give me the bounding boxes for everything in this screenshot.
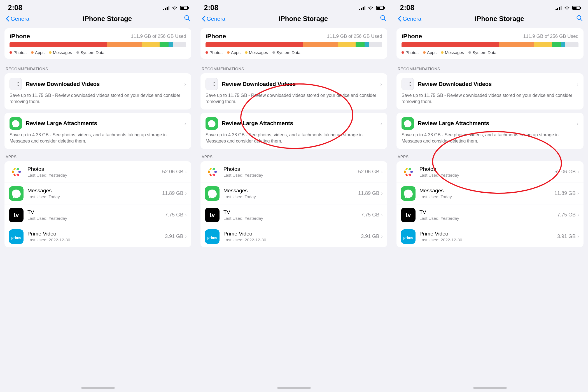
app-size-row: 7.75 GB ›	[361, 212, 383, 218]
svg-point-34	[214, 171, 217, 173]
nav-back-label: General	[11, 16, 31, 22]
app-info: Messages Last Used: Today	[27, 188, 158, 199]
status-bar: 2:08	[0, 0, 196, 13]
app-last-used: Last Used: Yesterday	[419, 216, 553, 221]
app-item[interactable]: Messages Last Used: Today 11.89 GB ›	[200, 183, 387, 204]
app-last-used: Last Used: 2022-12-30	[419, 237, 553, 242]
app-size-row: 7.75 GB ›	[557, 212, 579, 218]
recommendations-label: RECOMMENDATIONS	[396, 67, 584, 71]
home-indicator	[81, 387, 115, 389]
status-icons	[163, 6, 188, 10]
legend-item: Messages	[441, 50, 464, 55]
app-icon-prime: prime	[205, 229, 220, 244]
legend-item: System Data	[468, 50, 496, 55]
app-size: 3.91 GB	[361, 234, 379, 239]
search-button[interactable]	[184, 15, 190, 23]
legend-label: Photos	[209, 50, 223, 55]
rec-video-icon	[10, 78, 22, 90]
screen-2: 2:08 General iPhone Storage	[196, 0, 392, 392]
app-item[interactable]: Photos Last Used: Yesterday 52.06 GB ›	[4, 161, 191, 183]
app-info: Photos Last Used: Yesterday	[223, 166, 354, 178]
app-icon-photos	[401, 165, 416, 179]
rec-card-1[interactable]: Review Large Attachments › Save up to 4.…	[396, 113, 584, 149]
rec-card-0[interactable]: Review Downloaded Videos › Save up to 11…	[396, 73, 584, 109]
rec-card-0[interactable]: Review Downloaded Videos › Save up to 11…	[200, 73, 387, 109]
app-last-used: Last Used: Today	[419, 194, 550, 199]
legend-label: Photos	[13, 50, 27, 55]
app-item[interactable]: Messages Last Used: Today 11.89 GB ›	[4, 183, 191, 204]
app-item[interactable]: prime Prime Video Last Used: 2022-12-30 …	[396, 226, 584, 247]
rec-card-1[interactable]: Review Large Attachments › Save up to 4.…	[200, 113, 387, 149]
app-chevron-icon: ›	[185, 190, 187, 196]
rec-title: Review Large Attachments	[418, 120, 489, 127]
app-chevron-icon: ›	[381, 169, 383, 175]
app-item[interactable]: Photos Last Used: Yesterday 52.06 GB ›	[200, 161, 387, 183]
app-size: 3.91 GB	[557, 234, 576, 239]
app-icon-photos	[9, 165, 24, 179]
svg-rect-25	[208, 82, 213, 86]
wifi-icon	[368, 6, 374, 10]
nav-back-button[interactable]: General	[6, 16, 31, 22]
app-name: TV	[223, 209, 357, 215]
rec-card-1[interactable]: Review Large Attachments › Save up to 4.…	[4, 113, 191, 149]
app-size-row: 7.75 GB ›	[165, 212, 187, 218]
app-item[interactable]: tv TV Last Used: Yesterday 7.75 GB ›	[200, 204, 387, 226]
nav-back-button[interactable]: General	[202, 16, 227, 22]
legend-item: Messages	[245, 50, 268, 55]
rec-title: Review Large Attachments	[222, 120, 293, 127]
app-info: TV Last Used: Yesterday	[223, 209, 357, 221]
nav-back-button[interactable]: General	[398, 16, 423, 22]
legend-dot	[468, 51, 471, 54]
status-bar: 2:08	[196, 0, 392, 13]
app-item[interactable]: tv TV Last Used: Yesterday 7.75 GB ›	[4, 204, 191, 226]
rec-card-0[interactable]: Review Downloaded Videos › Save up to 11…	[4, 73, 191, 109]
legend-item: Apps	[227, 50, 241, 55]
legend-dot	[49, 51, 52, 54]
search-button[interactable]	[380, 15, 386, 23]
app-info: Photos Last Used: Yesterday	[419, 166, 550, 178]
status-bar: 2:08	[392, 0, 588, 13]
app-name: TV	[419, 209, 553, 215]
app-chevron-icon: ›	[381, 234, 383, 239]
app-item[interactable]: Messages Last Used: Today 11.89 GB ›	[396, 183, 584, 204]
battery-icon	[376, 6, 384, 10]
search-button[interactable]	[576, 15, 582, 23]
app-item[interactable]: Photos Last Used: Yesterday 52.06 GB ›	[396, 161, 584, 183]
app-last-used: Last Used: 2022-12-30	[27, 237, 161, 242]
app-size-row: 11.89 GB ›	[358, 190, 383, 196]
legend-dot	[76, 51, 79, 54]
app-name: Prime Video	[27, 231, 161, 237]
nav-title: iPhone Storage	[279, 15, 328, 23]
app-name: Prime Video	[419, 231, 553, 237]
wifi-icon	[564, 6, 570, 10]
app-item[interactable]: prime Prime Video Last Used: 2022-12-30 …	[200, 226, 387, 247]
storage-legend: Photos Apps Messages System Data	[206, 50, 382, 55]
storage-usage-text: 111.9 GB of 256 GB Used	[523, 34, 578, 39]
app-list: Photos Last Used: Yesterday 52.06 GB › M…	[396, 161, 584, 247]
app-chevron-icon: ›	[381, 212, 383, 218]
legend-label: Apps	[35, 50, 45, 55]
storage-card: iPhone 111.9 GB of 256 GB Used Photos Ap…	[4, 28, 191, 59]
app-item[interactable]: tv TV Last Used: Yesterday 7.75 GB ›	[396, 204, 584, 226]
rec-title: Review Downloaded Videos	[26, 81, 100, 87]
app-last-used: Last Used: Today	[223, 194, 354, 199]
app-icon-tv: tv	[9, 208, 24, 222]
status-time: 2:08	[8, 3, 22, 12]
rec-title: Review Downloaded Videos	[418, 81, 492, 87]
legend-dot	[402, 51, 404, 54]
app-size: 11.89 GB	[554, 190, 576, 196]
storage-device-name: iPhone	[402, 33, 422, 40]
app-name: TV	[27, 209, 161, 215]
rec-card-header: Review Large Attachments ›	[402, 117, 578, 130]
search-icon	[576, 15, 582, 21]
rec-card-header: Review Downloaded Videos ›	[402, 78, 578, 90]
svg-text:prime: prime	[207, 235, 217, 240]
legend-item: Apps	[423, 50, 437, 55]
rec-messages-icon	[402, 117, 414, 130]
rec-chevron-icon: ›	[380, 120, 382, 127]
storage-card: iPhone 111.9 GB of 256 GB Used Photos Ap…	[200, 28, 387, 59]
legend-label: Apps	[427, 50, 437, 55]
app-item[interactable]: prime Prime Video Last Used: 2022-12-30 …	[4, 226, 191, 247]
video-icon	[12, 80, 20, 88]
app-size-row: 52.06 GB ›	[162, 169, 187, 175]
